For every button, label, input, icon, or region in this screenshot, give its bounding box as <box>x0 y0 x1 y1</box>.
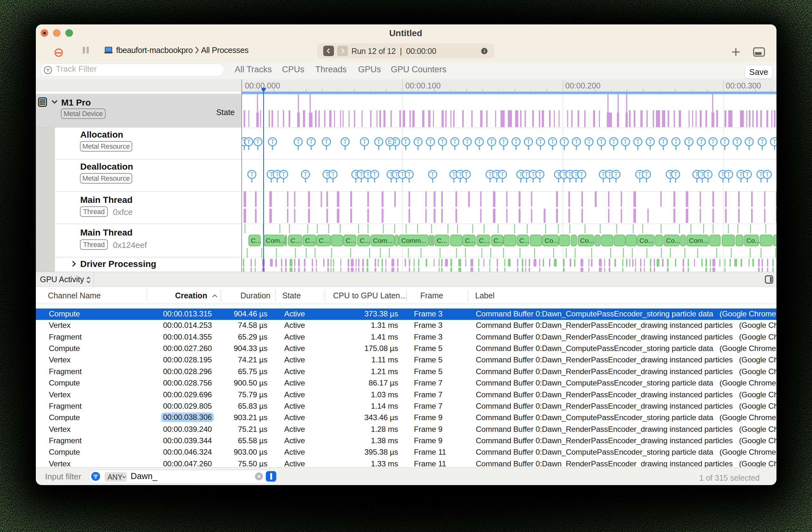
svg-text:T: T <box>452 171 456 178</box>
svg-text:T: T <box>739 171 743 178</box>
svg-text:T: T <box>404 138 408 145</box>
svg-text:T: T <box>477 138 481 145</box>
svg-text:T: T <box>773 138 777 145</box>
svg-text:T: T <box>366 171 370 178</box>
svg-text:T: T <box>256 138 260 145</box>
svg-text:T: T <box>745 171 749 178</box>
svg-text:Com...: Com... <box>266 237 286 244</box>
svg-text:T: T <box>465 138 469 145</box>
svg-text:Co...: Co... <box>746 237 760 244</box>
svg-text:T: T <box>453 138 457 145</box>
svg-text:T: T <box>735 138 739 145</box>
svg-text:T: T <box>331 171 335 178</box>
svg-text:T: T <box>580 171 584 178</box>
svg-text:T: T <box>727 171 730 178</box>
svg-text:C...: C... <box>360 237 370 244</box>
svg-text:T: T <box>661 138 665 145</box>
svg-text:T: T <box>539 138 542 145</box>
svg-text:C...: C... <box>305 237 316 244</box>
svg-text:T: T <box>648 138 652 145</box>
svg-text:Com...: Com... <box>373 237 393 244</box>
svg-text:T: T <box>687 138 691 145</box>
svg-text:T: T <box>525 171 528 178</box>
svg-text:T: T <box>531 171 535 178</box>
svg-text:T: T <box>636 138 640 145</box>
svg-text:T: T <box>575 138 578 145</box>
svg-text:T: T <box>464 171 468 178</box>
svg-text:Co...: Co... <box>666 237 680 244</box>
svg-text:T: T <box>407 171 411 178</box>
svg-text:T: T <box>247 138 250 145</box>
svg-text:T: T <box>395 171 398 178</box>
svg-text:T: T <box>562 171 566 178</box>
svg-text:Co...: Co... <box>545 237 559 244</box>
svg-text:T: T <box>282 171 286 178</box>
svg-text:T: T <box>324 138 328 145</box>
svg-text:T: T <box>551 138 554 145</box>
svg-text:T: T <box>759 171 763 178</box>
svg-text:T: T <box>250 171 254 178</box>
svg-text:T: T <box>760 138 764 145</box>
svg-text:T: T <box>490 138 494 145</box>
svg-text:T: T <box>568 171 572 178</box>
svg-text:T: T <box>674 138 678 145</box>
svg-text:Co...: Co... <box>639 237 653 244</box>
svg-text:T: T <box>674 171 678 178</box>
svg-text:T: T <box>401 171 404 178</box>
svg-text:T: T <box>638 171 642 178</box>
svg-text:T: T <box>488 171 492 178</box>
svg-text:C...: C... <box>251 237 261 244</box>
svg-text:T: T <box>747 138 751 145</box>
svg-text:T: T <box>601 171 605 178</box>
svg-text:T: T <box>644 171 648 178</box>
svg-text:T: T <box>377 138 381 145</box>
svg-text:T: T <box>624 138 627 145</box>
svg-text:T: T <box>429 138 432 145</box>
svg-text:T: T <box>614 171 618 178</box>
svg-text:C...: C... <box>494 237 504 244</box>
svg-text:T: T <box>416 138 420 145</box>
svg-text:Com...: Com... <box>689 237 709 244</box>
svg-text:T: T <box>440 138 444 145</box>
svg-text:E: E <box>388 138 392 145</box>
svg-text:C...: C... <box>519 237 530 244</box>
svg-text:T: T <box>304 171 307 178</box>
svg-text:T: T <box>309 138 313 145</box>
svg-text:T: T <box>514 138 518 145</box>
svg-text:T: T <box>711 138 715 145</box>
svg-text:T: T <box>501 171 504 178</box>
svg-text:T: T <box>458 171 462 178</box>
svg-text:T: T <box>706 171 710 178</box>
svg-text:T: T <box>271 138 274 145</box>
svg-text:T: T <box>363 138 366 145</box>
svg-text:T: T <box>296 138 300 145</box>
svg-text:T: T <box>526 138 530 145</box>
svg-text:Comm...: Comm... <box>401 237 426 244</box>
svg-text:T: T <box>599 138 603 145</box>
svg-text:T: T <box>587 138 591 145</box>
svg-text:C...: C... <box>291 237 301 244</box>
svg-text:C...: C... <box>319 237 329 244</box>
svg-text:C...: C... <box>465 237 476 244</box>
svg-text:T: T <box>765 171 769 178</box>
svg-text:T: T <box>723 138 727 145</box>
svg-text:T: T <box>608 171 611 178</box>
svg-text:C...: C... <box>346 237 356 244</box>
svg-text:T: T <box>538 171 542 178</box>
svg-text:C...: C... <box>437 237 447 244</box>
svg-text:C...: C... <box>479 237 490 244</box>
svg-text:T: T <box>325 171 329 178</box>
svg-text:T: T <box>502 138 506 145</box>
svg-text:T: T <box>612 138 616 145</box>
svg-text:T: T <box>275 171 279 178</box>
svg-text:Co...: Co... <box>580 237 594 244</box>
svg-text:T: T <box>431 171 435 178</box>
svg-text:T: T <box>359 171 363 178</box>
svg-text:T: T <box>343 138 347 145</box>
svg-text:T: T <box>373 171 377 178</box>
svg-text:T: T <box>269 171 273 178</box>
svg-text:T: T <box>562 138 566 145</box>
svg-text:T: T <box>699 138 703 145</box>
